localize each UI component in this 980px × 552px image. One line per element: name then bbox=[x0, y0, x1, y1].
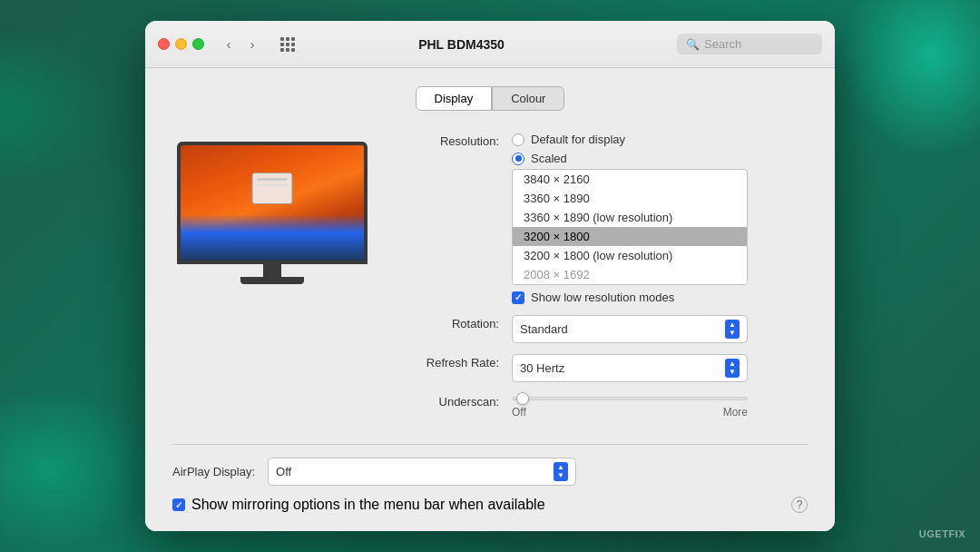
res-item-3840[interactable]: 3840 × 2160 bbox=[513, 170, 747, 189]
watermark-text: UGETFIX bbox=[919, 528, 965, 539]
monitor-stand-neck bbox=[263, 264, 281, 277]
slider-row: Off More bbox=[512, 393, 808, 419]
up-arrow-icon: ▲ bbox=[729, 321, 736, 329]
rotation-control: Standard ▲ ▼ bbox=[512, 315, 808, 343]
monitor-frame bbox=[177, 142, 368, 264]
window-title: PHL BDM4350 bbox=[253, 37, 670, 52]
radio-default-label: Default for display bbox=[531, 133, 625, 146]
res-item-2008[interactable]: 2008 × 1692 bbox=[513, 265, 747, 284]
radio-scaled-label: Scaled bbox=[531, 152, 567, 165]
up-arrow-icon: ▲ bbox=[729, 360, 736, 368]
refresh-rate-dropdown[interactable]: 30 Hertz ▲ ▼ bbox=[512, 354, 748, 382]
refresh-rate-label: Refresh Rate: bbox=[399, 354, 499, 370]
mirroring-checkbox[interactable] bbox=[172, 498, 185, 511]
radio-scaled[interactable]: Scaled bbox=[512, 152, 808, 165]
preferences-window: ‹ › PHL BDM4350 🔍 Search Display Colour bbox=[145, 21, 835, 531]
airplay-arrows: ▲ ▼ bbox=[554, 462, 568, 481]
show-low-res-label: Show low resolution modes bbox=[531, 291, 674, 304]
down-arrow-icon: ▼ bbox=[729, 369, 736, 376]
footer-left: Show mirroring options in the menu bar w… bbox=[172, 497, 545, 513]
res-item-3200-low[interactable]: 3200 × 1800 (low resolution) bbox=[513, 246, 747, 265]
search-icon: 🔍 bbox=[686, 38, 700, 51]
underscan-label: Underscan: bbox=[399, 393, 499, 409]
resolution-list: 3840 × 2160 3360 × 1890 3360 × 1890 (low… bbox=[512, 169, 748, 285]
tab-display[interactable]: Display bbox=[416, 86, 493, 111]
tab-colour[interactable]: Colour bbox=[492, 86, 564, 111]
search-bar[interactable]: 🔍 Search bbox=[677, 34, 822, 54]
rotation-value: Standard bbox=[520, 322, 568, 336]
monitor-screen bbox=[181, 145, 364, 261]
traffic-lights bbox=[158, 38, 204, 50]
refresh-rate-value: 30 Hertz bbox=[520, 361, 564, 375]
settings-panel: Resolution: Default for display Scaled bbox=[399, 133, 808, 429]
monitor-stand-base bbox=[240, 277, 304, 284]
refresh-rate-control: 30 Hertz ▲ ▼ bbox=[512, 354, 808, 382]
underscan-slider-thumb[interactable] bbox=[516, 392, 529, 405]
back-button[interactable]: ‹ bbox=[219, 34, 239, 54]
help-button[interactable]: ? bbox=[791, 497, 808, 513]
up-arrow-icon: ▲ bbox=[557, 464, 564, 471]
monitor-preview bbox=[172, 142, 372, 284]
monitor-popup-window bbox=[252, 172, 293, 204]
tab-bar: Display Colour bbox=[172, 86, 808, 111]
rotation-dropdown[interactable]: Standard ▲ ▼ bbox=[512, 315, 748, 343]
resolution-control: Default for display Scaled 3840 × 2160 3… bbox=[512, 133, 808, 304]
res-item-3360[interactable]: 3360 × 1890 bbox=[513, 189, 747, 208]
bottom-section: AirPlay Display: Off ▲ ▼ bbox=[172, 444, 808, 486]
resolution-row: Resolution: Default for display Scaled bbox=[399, 133, 808, 304]
radio-group: Default for display Scaled bbox=[512, 133, 808, 165]
slider-min-label: Off bbox=[512, 406, 526, 419]
rotation-arrows: ▲ ▼ bbox=[725, 320, 740, 339]
maximize-button[interactable] bbox=[192, 38, 204, 50]
airplay-dropdown[interactable]: Off ▲ ▼ bbox=[268, 458, 576, 486]
slider-labels: Off More bbox=[512, 406, 748, 419]
res-item-3360-low[interactable]: 3360 × 1890 (low resolution) bbox=[513, 208, 747, 227]
titlebar: ‹ › PHL BDM4350 🔍 Search bbox=[145, 21, 835, 68]
rotation-row: Rotation: Standard ▲ ▼ bbox=[399, 315, 808, 343]
footer-row: Show mirroring options in the menu bar w… bbox=[172, 497, 808, 513]
underscan-control: Off More bbox=[512, 393, 808, 419]
resolution-label: Resolution: bbox=[399, 133, 499, 148]
mirroring-label: Show mirroring options in the menu bar w… bbox=[191, 497, 545, 513]
underscan-row: Underscan: Off More bbox=[399, 393, 808, 419]
main-row: Resolution: Default for display Scaled bbox=[172, 133, 808, 429]
res-item-3200[interactable]: 3200 × 1800 bbox=[513, 227, 747, 246]
refresh-arrows: ▲ ▼ bbox=[725, 359, 740, 378]
watermark: UGETFIX bbox=[919, 525, 965, 541]
show-low-res-checkbox[interactable] bbox=[512, 291, 524, 304]
minimize-button[interactable] bbox=[175, 38, 187, 50]
airplay-label: AirPlay Display: bbox=[172, 465, 255, 478]
close-button[interactable] bbox=[158, 38, 170, 50]
show-low-res-row: Show low resolution modes bbox=[512, 291, 808, 304]
slider-max-label: More bbox=[723, 406, 748, 419]
airplay-value: Off bbox=[276, 465, 291, 478]
radio-scaled-btn[interactable] bbox=[512, 153, 524, 165]
search-placeholder: Search bbox=[704, 37, 741, 51]
rotation-label: Rotation: bbox=[399, 315, 499, 330]
radio-default[interactable]: Default for display bbox=[512, 133, 808, 146]
down-arrow-icon: ▼ bbox=[557, 472, 564, 479]
content-area: Display Colour Resolution: bbox=[145, 68, 835, 531]
radio-default-btn[interactable] bbox=[512, 133, 524, 146]
refresh-rate-row: Refresh Rate: 30 Hertz ▲ ▼ bbox=[399, 354, 808, 382]
underscan-slider-track[interactable] bbox=[512, 397, 748, 400]
down-arrow-icon: ▼ bbox=[729, 330, 736, 337]
